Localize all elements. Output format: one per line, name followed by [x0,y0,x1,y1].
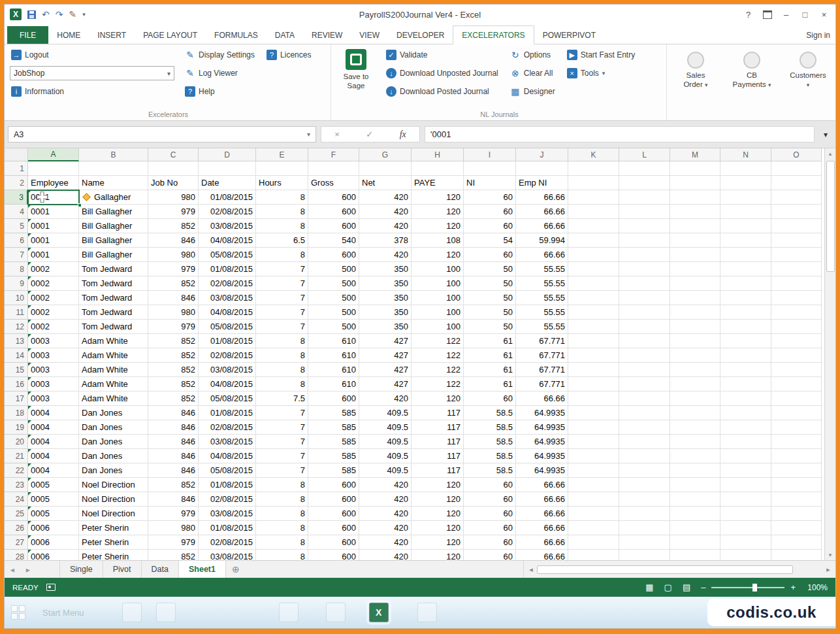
cell-E23[interactable]: 8 [256,478,308,492]
scroll-up-icon[interactable]: ▴ [825,148,835,159]
cell-G13[interactable]: 427 [359,334,412,348]
new-sheet-button[interactable]: ⊕ [226,561,246,578]
cell-E8[interactable]: 7 [256,262,308,276]
cell-N8[interactable] [720,262,771,276]
cell-D28[interactable]: 03/08/2015 [199,550,256,560]
designer-button[interactable]: ▦ Designer [509,84,557,99]
cell-B12[interactable]: Tom Jedward [79,320,148,334]
cell-I10[interactable]: 50 [464,291,516,305]
cell-H5[interactable]: 120 [412,219,464,233]
cell-G9[interactable]: 350 [359,276,412,291]
cell-N18[interactable] [720,406,771,420]
cell-I23[interactable]: 60 [464,478,516,492]
cell-B22[interactable]: Dan Jones [79,463,148,478]
cell-I21[interactable]: 58.5 [464,449,516,463]
restore-icon[interactable]: □ [796,7,814,22]
cell-I11[interactable]: 50 [464,305,516,320]
cell-M21[interactable] [670,449,720,463]
sheet-tab-single[interactable]: Single [59,561,103,578]
cell-N24[interactable] [720,492,771,507]
cell-J24[interactable]: 66.66 [516,492,568,507]
cell-A17[interactable]: 0003 [28,392,79,406]
cell-C26[interactable]: 980 [148,521,199,535]
cell-K23[interactable] [568,478,619,492]
cell-M1[interactable] [670,161,720,176]
cell-O2[interactable] [771,176,822,190]
cell-F26[interactable]: 600 [308,521,359,535]
cell-G23[interactable]: 420 [359,478,412,492]
cell-E17[interactable]: 7.5 [256,392,308,406]
customize-qat-icon[interactable]: ▾ [82,11,86,18]
name-box[interactable]: A3 ▾ [8,126,316,142]
cell-M15[interactable] [670,363,720,377]
cell-N4[interactable] [720,205,771,219]
cell-K11[interactable] [568,305,619,320]
cell-J1[interactable] [516,161,568,176]
cell-N26[interactable] [720,521,771,535]
row-header-6[interactable]: 6 [5,233,28,248]
cell-N2[interactable] [720,176,771,190]
cell-A26[interactable]: 0006 [28,521,79,535]
cell-H2[interactable]: PAYE [412,176,464,190]
cell-J2[interactable]: Emp NI [516,176,568,190]
cell-O1[interactable] [771,161,822,176]
cell-A7[interactable]: 0001 [28,248,79,262]
cell-F18[interactable]: 585 [308,406,359,420]
cell-C11[interactable]: 980 [148,305,199,320]
cell-J13[interactable]: 67.771 [516,334,568,348]
cell-H18[interactable]: 117 [412,406,464,420]
validate-button[interactable]: ✓ Validate [385,48,500,62]
cell-M19[interactable] [670,420,720,435]
cell-B21[interactable]: Dan Jones [79,449,148,463]
sign-in-link[interactable]: Sign in [801,26,835,44]
row-header-14[interactable]: 14 [5,348,28,363]
cell-B18[interactable]: Dan Jones [79,406,148,420]
cell-B5[interactable]: Bill Gallagher [79,219,148,233]
cell-K7[interactable] [568,248,619,262]
cell-B27[interactable]: Peter Sherin [79,535,148,550]
cell-A10[interactable]: 0002 [28,291,79,305]
cell-C25[interactable]: 979 [148,507,199,521]
cell-A1[interactable] [28,161,79,176]
cell-M2[interactable] [670,176,720,190]
cell-L1[interactable] [619,161,670,176]
cell-C10[interactable]: 846 [148,291,199,305]
cell-C12[interactable]: 979 [148,320,199,334]
cell-G28[interactable]: 420 [359,550,412,560]
cell-G12[interactable]: 350 [359,320,412,334]
cell-A16[interactable]: 0003 [28,377,79,392]
cell-F2[interactable]: Gross [308,176,359,190]
cell-H7[interactable]: 120 [412,248,464,262]
cell-I20[interactable]: 58.5 [464,435,516,449]
cell-H15[interactable]: 122 [412,363,464,377]
tab-page-layout[interactable]: PAGE LAYOUT [135,26,206,44]
cell-C16[interactable]: 852 [148,377,199,392]
cell-I24[interactable]: 60 [464,492,516,507]
cell-L15[interactable] [619,363,670,377]
cell-O12[interactable] [771,320,822,334]
cell-J11[interactable]: 55.55 [516,305,568,320]
row-header-20[interactable]: 20 [5,435,28,449]
cell-L5[interactable] [619,219,670,233]
cell-L16[interactable] [619,377,670,392]
cell-C6[interactable]: 846 [148,233,199,248]
column-header-F[interactable]: F [308,148,359,161]
sheet-tab-data[interactable]: Data [142,561,179,578]
cell-C20[interactable]: 846 [148,435,199,449]
cell-D26[interactable]: 01/08/2015 [199,521,256,535]
scroll-down-icon[interactable]: ▾ [825,550,835,560]
sales-order-button[interactable]: Sales Order ▾ [676,50,715,90]
cell-C17[interactable]: 852 [148,392,199,406]
ribbon-display-options-icon[interactable] [758,7,776,22]
cell-I5[interactable]: 60 [464,219,516,233]
cell-O7[interactable] [771,248,822,262]
cell-G24[interactable]: 420 [359,492,412,507]
cell-O22[interactable] [771,463,822,478]
cell-C24[interactable]: 846 [148,492,199,507]
cell-H25[interactable]: 120 [412,507,464,521]
cell-H13[interactable]: 122 [412,334,464,348]
cell-L17[interactable] [619,392,670,406]
cell-D12[interactable]: 05/08/2015 [199,320,256,334]
expand-formula-bar-icon[interactable]: ▾ [819,130,832,139]
cell-D16[interactable]: 04/08/2015 [199,377,256,392]
